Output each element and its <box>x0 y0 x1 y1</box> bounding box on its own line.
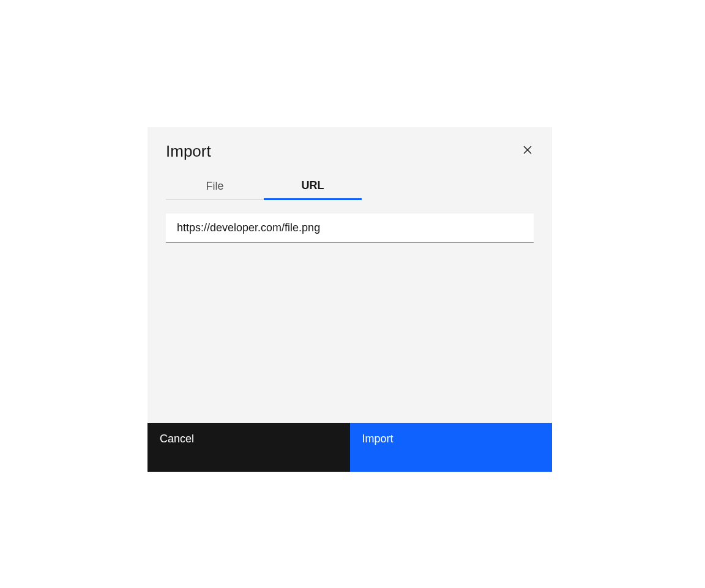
url-input-wrapper <box>166 214 534 243</box>
cancel-button-label: Cancel <box>160 433 194 445</box>
tab-url[interactable]: URL <box>264 176 362 200</box>
tabs: File URL <box>166 176 552 200</box>
url-input[interactable] <box>166 214 534 242</box>
import-modal: Import File URL Cancel Import <box>147 127 552 472</box>
modal-content <box>147 200 552 423</box>
modal-title: Import <box>166 142 211 161</box>
close-icon <box>523 145 532 157</box>
cancel-button[interactable]: Cancel <box>147 423 350 472</box>
import-button-label: Import <box>362 433 394 445</box>
modal-footer: Cancel Import <box>147 423 552 472</box>
import-button[interactable]: Import <box>350 423 553 472</box>
close-button[interactable] <box>520 143 535 158</box>
tab-file-label: File <box>206 180 223 195</box>
tab-url-label: URL <box>302 179 324 195</box>
modal-header: Import <box>147 127 552 161</box>
tab-file[interactable]: File <box>166 176 264 200</box>
